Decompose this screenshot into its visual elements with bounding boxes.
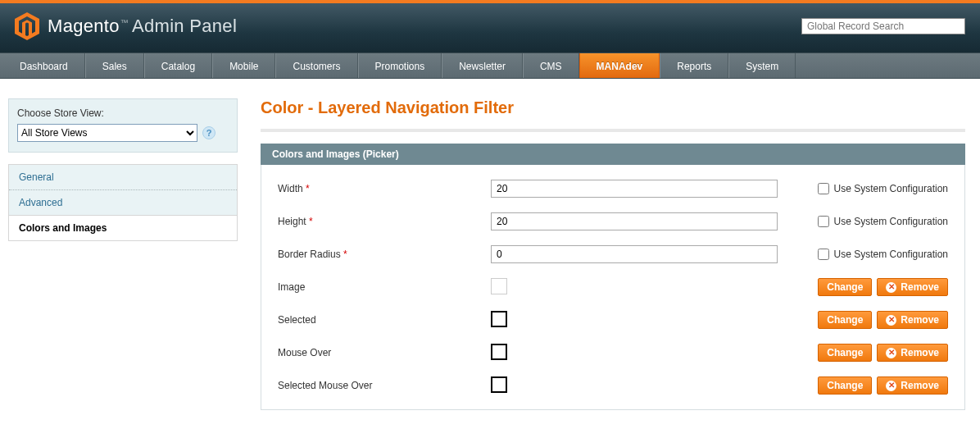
section-header: Colors and Images (Picker) [261,144,965,165]
field-label: Width * [278,183,491,194]
remove-x-icon: ✕ [886,381,896,391]
section-body: Width *Use System ConfigurationHeight *U… [261,165,965,410]
field-control-wrap [491,311,802,330]
selected-swatch[interactable] [491,311,507,327]
form-row-image: Image Change✕Remove [278,275,948,299]
remove-button[interactable]: ✕Remove [877,311,948,329]
nav-item-reports[interactable]: Reports [660,53,728,78]
remove-button[interactable]: ✕Remove [877,344,948,362]
logo-text: Magento™Admin Panel [48,16,237,37]
use-system-config-checkbox[interactable] [818,216,829,227]
field-control-wrap [491,344,802,363]
sidebar: Choose Store View: All Store Views ? Gen… [8,98,238,241]
field-right: Change✕Remove [818,344,948,362]
form-row-border-radius: Border Radius *Use System Configuration [278,242,948,267]
remove-button[interactable]: ✕Remove [877,278,948,296]
sidebar-tab-general[interactable]: General [9,164,237,189]
remove-label: Remove [901,314,939,326]
field-right: Change✕Remove [818,278,948,296]
field-label: Mouse Over [278,347,491,358]
title-rule [261,129,965,132]
use-system-config-label: Use System Configuration [834,183,948,194]
remove-label: Remove [901,380,939,391]
required-asterisk: * [306,183,310,194]
nav-item-newsletter[interactable]: Newsletter [442,53,523,78]
help-icon[interactable]: ? [202,126,216,139]
sidebar-tabs: GeneralAdvancedColors and Images [8,164,238,241]
nav-item-promotions[interactable]: Promotions [358,53,442,78]
store-view-select[interactable]: All Store Views [17,124,197,142]
field-control-wrap [491,180,802,198]
nav-item-dashboard[interactable]: Dashboard [0,53,85,78]
remove-x-icon: ✕ [886,282,896,293]
change-button[interactable]: Change [818,278,872,296]
form-row-selected: Selected Change✕Remove [278,308,948,332]
required-asterisk: * [309,216,313,227]
border-radius-input[interactable] [491,245,778,263]
remove-label: Remove [901,347,939,358]
content: Choose Store View: All Store Views ? Gen… [0,79,980,410]
field-control-wrap [491,245,802,263]
height-input[interactable] [491,212,778,230]
field-right: Use System Configuration [818,216,948,227]
remove-label: Remove [901,281,939,293]
change-button[interactable]: Change [818,311,872,329]
field-control-wrap [491,278,802,297]
form-row-height: Height *Use System Configuration [278,209,948,234]
magento-logo-icon [15,12,39,40]
form-row-selected-mouse-over: Selected Mouse Over Change✕Remove [278,373,948,398]
page-title: Color - Layered Navigation Filter [261,98,965,117]
form-row-mouse-over: Mouse Over Change✕Remove [278,340,948,365]
field-label: Height * [278,216,491,227]
nav-item-cms[interactable]: CMS [523,53,579,78]
nav-item-system[interactable]: System [728,53,796,78]
nav-item-sales[interactable]: Sales [85,53,144,78]
change-button[interactable]: Change [818,376,872,395]
use-system-config-label: Use System Configuration [834,249,948,260]
field-right: Use System Configuration [818,183,948,194]
use-system-config-checkbox[interactable] [818,183,829,194]
nav-item-catalog[interactable]: Catalog [144,53,212,78]
remove-button[interactable]: ✕Remove [877,376,948,395]
field-label: Image [278,281,491,293]
field-control-wrap [491,212,802,230]
remove-x-icon: ✕ [886,348,896,358]
store-view-label: Choose Store View: [17,107,229,119]
form-row-width: Width *Use System Configuration [278,176,948,201]
nav-item-customers[interactable]: Customers [275,53,357,78]
use-system-config-label: Use System Configuration [834,216,948,227]
remove-x-icon: ✕ [886,315,896,326]
store-view-switcher: Choose Store View: All Store Views ? [8,98,238,153]
header: Magento™Admin Panel [0,3,980,52]
sidebar-tab-colors-and-images[interactable]: Colors and Images [9,215,237,240]
width-input[interactable] [491,180,778,198]
change-button[interactable]: Change [818,344,872,362]
field-right: Change✕Remove [818,311,948,329]
image-swatch[interactable] [491,278,507,294]
field-control-wrap [491,376,802,395]
field-right: Change✕Remove [818,376,948,395]
nav-item-mobile[interactable]: Mobile [212,53,275,78]
selected-mouse-over-swatch[interactable] [491,376,507,393]
field-right: Use System Configuration [818,249,948,260]
main-nav: DashboardSalesCatalogMobileCustomersProm… [0,52,980,79]
field-label: Selected Mouse Over [278,380,491,391]
sidebar-tab-advanced[interactable]: Advanced [9,189,237,215]
logo: Magento™Admin Panel [15,12,237,40]
global-search-input[interactable] [801,18,965,34]
mouse-over-swatch[interactable] [491,344,507,360]
required-asterisk: * [343,249,347,260]
use-system-config-checkbox[interactable] [818,249,829,260]
field-label: Selected [278,314,491,326]
nav-item-manadev[interactable]: MANAdev [579,53,660,78]
main-panel: Color - Layered Navigation Filter Colors… [261,98,972,410]
field-label: Border Radius * [278,249,491,260]
